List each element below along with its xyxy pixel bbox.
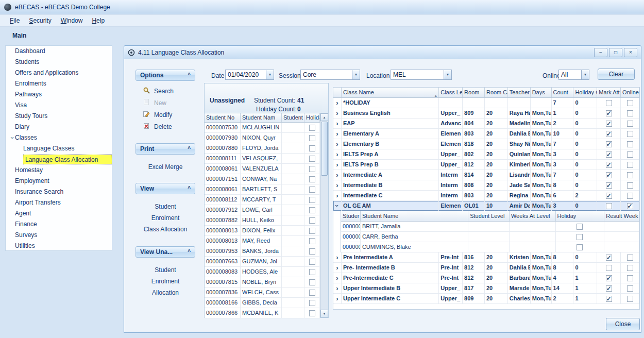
class-row[interactable]: ›Intermediate AInterm81420LisandrMon,Tu7… — [333, 170, 639, 180]
menu-item-window[interactable]: Window — [56, 15, 88, 26]
online-checkbox[interactable] — [627, 265, 633, 271]
mark-att-checkbox[interactable] — [606, 131, 612, 137]
column-header-room-ca[interactable]: Room Ca — [485, 88, 508, 97]
online-checkbox[interactable] — [627, 193, 633, 199]
holiday-checkbox[interactable] — [577, 234, 583, 240]
detail-row[interactable]: 000000BRITT, Jamalia — [341, 222, 639, 232]
sidebar-item-agent[interactable]: Agent — [6, 208, 112, 219]
expand-icon[interactable]: › — [336, 285, 338, 292]
column-header-mark-att[interactable]: Mark Att — [597, 88, 621, 97]
view-class-allocation-link[interactable]: Class Allocation — [135, 224, 195, 235]
unassigned-row[interactable]: 0000008061BARTLETT, S — [205, 184, 320, 195]
column-header-holiday-c[interactable]: Holiday C — [573, 88, 597, 97]
mark-att-checkbox[interactable] — [606, 203, 612, 209]
view-panel-header[interactable]: View ^ — [135, 183, 195, 194]
date-field[interactable]: 01/04/2020 ▼ — [225, 70, 274, 80]
sidebar-item-insurance-search[interactable]: Insurance Search — [6, 187, 112, 197]
expand-icon[interactable]: › — [336, 182, 338, 189]
sidebar-item-pathways[interactable]: Pathways — [6, 89, 112, 100]
view-unassigned-student-link[interactable]: Student — [135, 264, 195, 276]
online-checkbox[interactable] — [627, 121, 633, 127]
class-row[interactable]: ›IELTS Prep BUpper_81220KimberlMon,Tu30 — [333, 160, 639, 170]
location-select[interactable]: MEL ▼ — [391, 70, 452, 80]
view-enrolment-link[interactable]: Enrolment — [135, 212, 195, 224]
holiday-checkbox[interactable] — [309, 166, 315, 172]
holiday-checkbox[interactable] — [309, 207, 315, 213]
sidebar-item-dashboard[interactable]: Dashboard — [6, 46, 112, 57]
expand-icon[interactable]: › — [7, 136, 18, 141]
unassigned-row[interactable]: 0000007866MCDANIEL, K — [205, 308, 320, 318]
expand-icon[interactable]: › — [336, 264, 338, 271]
expand-icon[interactable]: › — [336, 141, 338, 147]
expand-icon[interactable]: › — [336, 120, 338, 127]
unassigned-row[interactable]: 0000008111VELASQUEZ, — [205, 154, 320, 164]
holiday-checkbox[interactable] — [309, 217, 315, 224]
mark-att-checkbox[interactable] — [606, 255, 612, 261]
scrollbar-thumb[interactable] — [321, 122, 328, 176]
online-checkbox[interactable] — [627, 131, 633, 137]
class-row[interactable]: ›Pre Intermediate APre-Int81620KristenMo… — [333, 252, 639, 263]
sidebar-item-employment[interactable]: Employment — [6, 176, 112, 187]
holiday-checkbox[interactable] — [309, 259, 315, 265]
online-checkbox[interactable] — [627, 296, 633, 302]
unassigned-row[interactable]: 0000007953BANKS, Jorda — [205, 246, 320, 257]
sidebar-item-diary[interactable]: Diary — [6, 122, 112, 132]
expand-icon[interactable]: › — [336, 275, 338, 281]
class-row[interactable]: ›Pre- Intermediate BPre-Int81220Dahlia E… — [333, 263, 639, 273]
mark-att-checkbox[interactable] — [606, 100, 612, 106]
sidebar-item-study-tours[interactable]: Study Tours — [6, 111, 112, 122]
expand-icon[interactable]: › — [336, 110, 338, 116]
options-panel-header[interactable]: Options ^ — [135, 70, 195, 81]
unassigned-row[interactable]: 0000007815NOBLE, Bryn — [205, 277, 320, 288]
mark-att-checkbox[interactable] — [606, 172, 612, 178]
class-row[interactable]: ›EAPAdvanc80420MadelinMon,Tu20 — [333, 119, 639, 129]
column-header-class-lev[interactable]: Class Lev — [439, 88, 463, 97]
view-unassigned-allocation-link[interactable]: Allocation — [135, 287, 195, 298]
dropdown-icon[interactable]: ▼ — [266, 70, 274, 79]
window-titlebar[interactable]: 4.11 Language Class Allocation − □ × — [124, 46, 641, 59]
unassigned-row[interactable]: 0000008061VALENZUELA — [205, 164, 320, 174]
holiday-checkbox[interactable] — [309, 279, 315, 285]
menu-item-file[interactable]: File — [5, 15, 24, 26]
holiday-checkbox[interactable] — [309, 197, 315, 203]
unassigned-row[interactable]: 0000007663GUZMAN, Jol — [205, 257, 320, 267]
holiday-checkbox[interactable] — [309, 248, 315, 255]
column-header-count[interactable]: Count — [552, 88, 574, 97]
holiday-checkbox[interactable] — [309, 145, 315, 151]
detail-column-header-result-week[interactable]: Result Week — [604, 211, 639, 221]
unassigned-row[interactable]: 0000007882HULL, Keiko — [205, 215, 320, 226]
class-row[interactable]: ›Pre-Intermediate CPre-Int81220BarbaraMo… — [333, 273, 639, 283]
holiday-checkbox[interactable] — [309, 228, 315, 234]
column-header-student-nam[interactable]: Student Nam — [241, 113, 282, 122]
menu-item-security[interactable]: Security — [24, 15, 56, 26]
collapse-icon[interactable]: › — [334, 205, 341, 207]
mark-att-checkbox[interactable] — [606, 265, 612, 271]
online-checkbox[interactable] — [627, 110, 633, 116]
expand-icon[interactable]: › — [336, 161, 338, 168]
mark-att-checkbox[interactable] — [606, 151, 612, 158]
view-unassigned-enrolment-link[interactable]: Enrolment — [135, 276, 195, 287]
print-excel-merge-link[interactable]: Excel Merge — [135, 161, 195, 173]
sidebar-item-offers-and-applications[interactable]: Offers and Applications — [6, 67, 112, 78]
detail-column-header-holiday[interactable]: Holiday — [556, 211, 605, 221]
column-header-room[interactable]: Room — [463, 88, 485, 97]
class-row[interactable]: ›OL GE AMElemenOL0110Amir DaMon,Tu30 — [333, 201, 639, 211]
unassigned-row[interactable]: 0000008013DIXON, Felix — [205, 226, 320, 236]
maximize-icon[interactable]: □ — [609, 48, 622, 57]
column-header-teacher[interactable]: Teacher — [508, 88, 531, 97]
mark-att-checkbox[interactable] — [606, 193, 612, 199]
detail-column-header-student-level[interactable]: Student Level — [468, 211, 510, 221]
mark-att-checkbox[interactable] — [606, 285, 612, 292]
expand-icon[interactable]: › — [336, 99, 338, 106]
sidebar-item-enrolments[interactable]: Enrolments — [6, 78, 112, 89]
expand-icon[interactable]: › — [336, 151, 338, 158]
unassigned-row[interactable]: 0000007930NIXON, Quyr — [205, 133, 320, 143]
mark-att-checkbox[interactable] — [606, 110, 612, 116]
detail-row[interactable]: 000000CUMMINGS, Blake — [341, 242, 639, 252]
sidebar-item-finance[interactable]: Finance — [6, 219, 112, 230]
sidebar-item-classes[interactable]: ›Classes — [6, 132, 112, 143]
sidebar-item-visa[interactable]: Visa — [6, 100, 112, 111]
expand-icon[interactable]: › — [336, 130, 338, 137]
unassigned-row[interactable]: 0000007880FLOYD, Jorda — [205, 143, 320, 154]
scroll-down-icon[interactable]: ▼ — [320, 310, 328, 317]
